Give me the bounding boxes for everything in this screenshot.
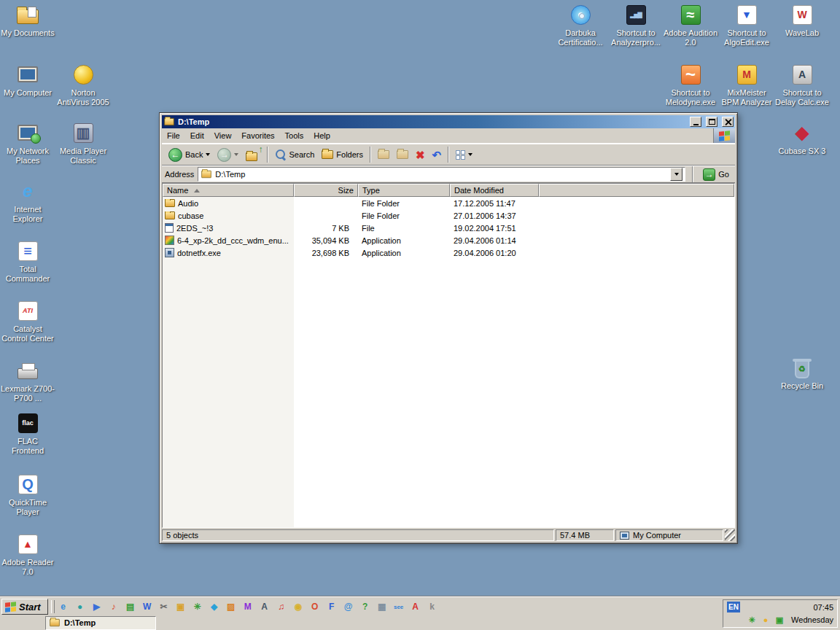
desktop-icon-label: WaveLab xyxy=(775,28,829,38)
desktop-icon-internet-explorer[interactable]: e Internet Explorer xyxy=(1,179,55,224)
quick-launch-icon[interactable]: ♫ xyxy=(276,601,287,612)
desktop-icon-my-documents[interactable]: My Documents xyxy=(1,3,55,38)
file-name: cubase xyxy=(178,211,203,220)
search-button[interactable]: Search xyxy=(271,148,318,162)
desktop-icon-lexmark-printer[interactable]: Lexmark Z700-P700 ... xyxy=(1,359,55,403)
language-indicator[interactable]: EN xyxy=(727,602,740,612)
back-button[interactable]: ← Back xyxy=(165,147,214,163)
column-header-type[interactable]: Type xyxy=(358,184,450,197)
quick-launch-icon[interactable]: A xyxy=(259,601,271,612)
taskbar-window-button[interactable]: D:\Temp xyxy=(45,616,156,630)
title-bar[interactable]: D:\Temp xyxy=(162,115,735,128)
delete-button[interactable]: ✖ xyxy=(412,148,429,162)
desktop-icon-label: Recycle Bin xyxy=(775,381,829,391)
go-button[interactable]: → Go xyxy=(700,168,732,181)
quick-launch-icon[interactable]: ▨ xyxy=(225,601,237,612)
folders-button[interactable]: Folders xyxy=(318,149,367,160)
desktop-icon-label: Darbuka Certificatio... xyxy=(553,28,607,47)
file-icon xyxy=(165,223,174,233)
menu-item-help[interactable]: Help xyxy=(308,129,335,142)
resize-grip[interactable] xyxy=(725,529,735,541)
quick-launch-icon[interactable]: e xyxy=(58,601,69,612)
quick-launch-icon[interactable]: ✳ xyxy=(192,601,203,612)
menu-item-view[interactable]: View xyxy=(209,129,237,142)
menu-item-tools[interactable]: Tools xyxy=(280,129,309,142)
desktop-icon-analyzer-shortcut[interactable]: ▂▅▇ Shortcut to Analyzerpro... xyxy=(609,3,663,47)
file-name: Audio xyxy=(178,199,198,208)
file-size: 23,698 KB xyxy=(294,249,358,257)
desktop-icon-algoedit-shortcut[interactable]: ▼ Shortcut to AlgoEdit.exe xyxy=(720,3,774,47)
quick-launch-icon[interactable]: ◉ xyxy=(292,601,304,612)
desktop-icon-quicktime-player[interactable]: Q QuickTime Player xyxy=(1,472,55,517)
quick-launch-icon[interactable]: O xyxy=(309,601,321,612)
column-header-size[interactable]: Size xyxy=(294,184,358,197)
my-network-places-icon xyxy=(15,121,40,144)
quick-launch-icon[interactable]: ▦ xyxy=(376,601,388,612)
quick-launch-icon[interactable]: ◆ xyxy=(209,601,220,612)
desktop-icon-melodyne-shortcut[interactable]: ~ Shortcut to Melodyne.exe xyxy=(664,63,718,107)
quick-launch-handle[interactable] xyxy=(51,600,55,613)
tray-icon[interactable]: ▣ xyxy=(774,615,785,625)
table-row[interactable]: Audio File Folder 17.12.2005 11:47 xyxy=(163,197,734,209)
minimize-button[interactable] xyxy=(690,117,701,127)
undo-button[interactable]: ↶ xyxy=(429,148,446,162)
desktop-icon-delay-calc-shortcut[interactable]: A Shortcut to Delay Calc.exe xyxy=(775,63,829,107)
desktop-icon-adobe-audition[interactable]: ≈ Adobe Audition 2.0 xyxy=(664,3,718,47)
quick-launch-icon[interactable]: ▤ xyxy=(125,601,136,612)
desktop-icon-recycle-bin[interactable]: ♻ Recycle Bin xyxy=(775,356,829,391)
desktop-icon-flac-frontend[interactable]: flac FLAC Frontend xyxy=(1,411,55,456)
quick-launch-icon[interactable]: ? xyxy=(359,601,371,612)
address-dropdown-button[interactable] xyxy=(670,168,682,181)
desktop-icon-mixmeister-bpm[interactable]: M MixMeister BPM Analyzer xyxy=(720,63,774,107)
views-button[interactable] xyxy=(452,149,476,161)
quick-launch-icon[interactable]: ▶ xyxy=(91,601,103,612)
address-input[interactable]: D:\Temp xyxy=(198,167,685,182)
desktop-icon-ati-catalyst[interactable]: ATI Catalyst Control Center xyxy=(1,299,55,343)
quick-launch-icon[interactable]: F xyxy=(326,601,338,612)
quick-launch-icon[interactable]: ✂ xyxy=(158,601,170,612)
desktop-icon-media-player-classic[interactable]: ▥ Media Player Classic xyxy=(56,121,110,166)
tray-icon[interactable]: ● xyxy=(761,615,771,625)
melodyne-glyph: ~ xyxy=(685,64,696,85)
desktop-icon-norton-antivirus[interactable]: Norton AntiVirus 2005 xyxy=(56,63,110,107)
desktop-icon-adobe-reader[interactable]: ▲ Adobe Reader 7.0 xyxy=(1,532,55,577)
table-row[interactable]: 2EDS_~!3 7 KB File 19.02.2004 17:51 xyxy=(163,222,734,234)
close-button[interactable] xyxy=(722,117,734,127)
up-icon: ↑ xyxy=(246,149,260,161)
start-button[interactable]: Start xyxy=(1,599,48,615)
quick-launch-icon[interactable]: W xyxy=(141,601,153,612)
desktop-icon-my-computer[interactable]: My Computer xyxy=(1,63,55,98)
maximize-button[interactable] xyxy=(706,117,718,127)
desktop-icon-total-commander[interactable]: ≡ Total Commander xyxy=(1,239,55,284)
desktop-icon-darbuka-certificate[interactable]: Darbuka Certificatio... xyxy=(553,3,607,47)
quick-launch-icon[interactable]: A xyxy=(410,601,421,612)
column-header-date-modified[interactable]: Date Modified xyxy=(450,184,539,197)
desktop-icon-wavelab[interactable]: W WaveLab xyxy=(775,3,829,38)
quick-launch-icon[interactable]: see xyxy=(393,601,405,612)
table-row[interactable]: 6-4_xp-2k_dd_ccc_wdm_enu... 35,094 KB Ap… xyxy=(163,234,734,246)
toolbar: ← Back → ↑ Search Folders ✖ xyxy=(162,144,735,166)
quick-launch-icon[interactable]: k xyxy=(427,601,438,612)
quick-launch-icon[interactable]: M xyxy=(242,601,254,612)
table-row[interactable]: dotnetfx.exe 23,698 KB Application 29.04… xyxy=(163,246,734,259)
forward-button[interactable]: → xyxy=(214,147,242,163)
desktop-icon-my-network-places[interactable]: My Network Places xyxy=(1,121,55,166)
menu-item-file[interactable]: File xyxy=(162,129,185,142)
desktop-icon-cubase-sx3[interactable]: ◆ Cubase SX 3 xyxy=(775,121,829,156)
copy-to-button[interactable] xyxy=(393,149,412,160)
quick-launch-icon[interactable]: ● xyxy=(74,601,86,612)
file-name: 2EDS_~!3 xyxy=(176,224,213,233)
quick-launch-icon[interactable]: ▣ xyxy=(175,601,187,612)
explorer-window: D:\Temp File Edit View Favorites Tools H… xyxy=(159,112,738,544)
quick-launch-icon[interactable]: @ xyxy=(343,601,354,612)
move-to-button[interactable] xyxy=(374,149,393,160)
up-button[interactable]: ↑ xyxy=(242,147,264,163)
menu-item-favorites[interactable]: Favorites xyxy=(236,129,279,142)
table-row[interactable]: cubase File Folder 27.01.2006 14:37 xyxy=(163,209,734,222)
column-header-name[interactable]: Name xyxy=(163,184,294,197)
column-header-filler xyxy=(539,184,734,197)
cubase-glyph: ◆ xyxy=(796,122,809,143)
menu-item-edit[interactable]: Edit xyxy=(185,129,209,142)
tray-icon[interactable]: ✳ xyxy=(747,615,757,625)
quick-launch-icon[interactable]: ♪ xyxy=(108,601,120,612)
